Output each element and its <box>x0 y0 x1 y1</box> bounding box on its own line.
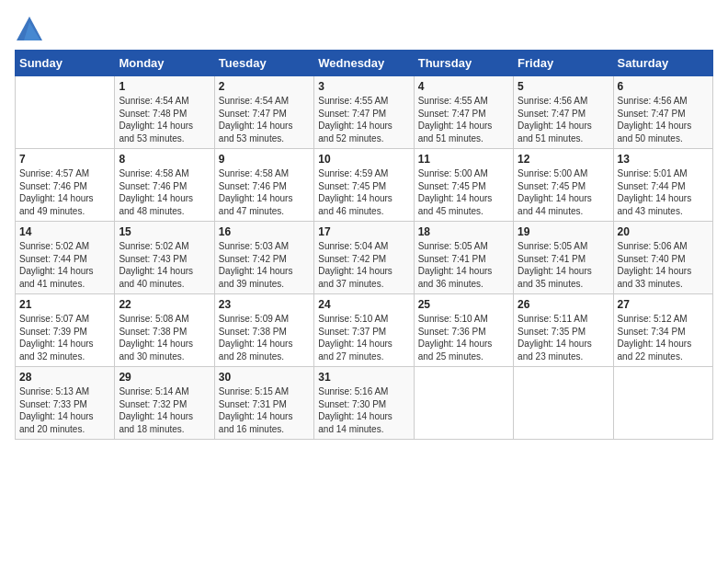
day-detail: Sunrise: 5:16 AMSunset: 7:30 PMDaylight:… <box>318 385 409 435</box>
page-header <box>15 15 713 40</box>
week-row-3: 21Sunrise: 5:07 AMSunset: 7:39 PMDayligh… <box>16 294 713 367</box>
calendar-cell: 24Sunrise: 5:10 AMSunset: 7:37 PMDayligh… <box>314 294 414 367</box>
day-detail: Sunrise: 5:13 AMSunset: 7:33 PMDaylight:… <box>19 385 110 435</box>
logo-icon <box>15 15 40 40</box>
day-detail: Sunrise: 5:00 AMSunset: 7:45 PMDaylight:… <box>418 167 509 217</box>
calendar-cell: 16Sunrise: 5:03 AMSunset: 7:42 PMDayligh… <box>214 222 313 294</box>
day-number: 24 <box>318 298 409 311</box>
day-number: 13 <box>618 153 709 166</box>
day-detail: Sunrise: 5:07 AMSunset: 7:39 PMDaylight:… <box>19 313 110 362</box>
day-number: 23 <box>219 298 310 311</box>
day-number: 5 <box>518 80 609 93</box>
day-detail: Sunrise: 5:09 AMSunset: 7:38 PMDaylight:… <box>219 313 310 362</box>
calendar-cell <box>613 367 712 440</box>
day-detail: Sunrise: 4:55 AMSunset: 7:47 PMDaylight:… <box>318 95 409 144</box>
day-detail: Sunrise: 4:55 AMSunset: 7:47 PMDaylight:… <box>418 95 509 144</box>
day-detail: Sunrise: 4:56 AMSunset: 7:47 PMDaylight:… <box>518 95 609 144</box>
day-detail: Sunrise: 5:15 AMSunset: 7:31 PMDaylight:… <box>219 385 310 435</box>
week-row-2: 14Sunrise: 5:02 AMSunset: 7:44 PMDayligh… <box>16 222 713 294</box>
calendar-cell: 14Sunrise: 5:02 AMSunset: 7:44 PMDayligh… <box>16 222 115 294</box>
calendar-cell: 3Sunrise: 4:55 AMSunset: 7:47 PMDaylight… <box>314 76 414 149</box>
header-day-friday: Friday <box>514 51 613 76</box>
header-day-saturday: Saturday <box>613 51 712 76</box>
calendar-cell: 28Sunrise: 5:13 AMSunset: 7:33 PMDayligh… <box>16 367 115 440</box>
header-day-tuesday: Tuesday <box>214 51 313 76</box>
day-number: 6 <box>618 80 709 93</box>
header-day-wednesday: Wednesday <box>314 51 414 76</box>
calendar-cell: 9Sunrise: 4:58 AMSunset: 7:46 PMDaylight… <box>214 149 313 222</box>
calendar-cell: 7Sunrise: 4:57 AMSunset: 7:46 PMDaylight… <box>16 149 115 222</box>
day-number: 9 <box>219 153 310 166</box>
day-detail: Sunrise: 5:08 AMSunset: 7:38 PMDaylight:… <box>119 313 210 362</box>
header-day-sunday: Sunday <box>16 51 115 76</box>
day-number: 14 <box>19 225 110 238</box>
day-detail: Sunrise: 5:11 AMSunset: 7:35 PMDaylight:… <box>518 313 609 362</box>
calendar-cell: 1Sunrise: 4:54 AMSunset: 7:48 PMDaylight… <box>115 76 214 149</box>
calendar-cell: 21Sunrise: 5:07 AMSunset: 7:39 PMDayligh… <box>16 294 115 367</box>
day-number: 31 <box>318 371 409 384</box>
calendar-cell <box>414 367 513 440</box>
week-row-4: 28Sunrise: 5:13 AMSunset: 7:33 PMDayligh… <box>16 367 713 440</box>
header-day-monday: Monday <box>115 51 214 76</box>
calendar-cell: 23Sunrise: 5:09 AMSunset: 7:38 PMDayligh… <box>214 294 313 367</box>
day-detail: Sunrise: 5:05 AMSunset: 7:41 PMDaylight:… <box>418 240 509 290</box>
day-number: 29 <box>119 371 210 384</box>
day-detail: Sunrise: 4:56 AMSunset: 7:47 PMDaylight:… <box>618 95 709 144</box>
day-detail: Sunrise: 5:03 AMSunset: 7:42 PMDaylight:… <box>219 240 310 290</box>
day-number: 20 <box>618 225 709 238</box>
day-number: 27 <box>618 298 709 311</box>
day-detail: Sunrise: 4:57 AMSunset: 7:46 PMDaylight:… <box>19 167 110 217</box>
day-detail: Sunrise: 5:10 AMSunset: 7:37 PMDaylight:… <box>318 313 409 362</box>
day-detail: Sunrise: 5:06 AMSunset: 7:40 PMDaylight:… <box>618 240 709 290</box>
day-number: 8 <box>119 153 210 166</box>
day-number: 7 <box>19 153 110 166</box>
calendar-cell <box>16 76 115 149</box>
calendar-cell: 30Sunrise: 5:15 AMSunset: 7:31 PMDayligh… <box>214 367 313 440</box>
day-number: 25 <box>418 298 509 311</box>
calendar-cell: 10Sunrise: 4:59 AMSunset: 7:45 PMDayligh… <box>314 149 414 222</box>
day-number: 17 <box>318 225 409 238</box>
calendar-cell: 22Sunrise: 5:08 AMSunset: 7:38 PMDayligh… <box>115 294 214 367</box>
day-detail: Sunrise: 4:54 AMSunset: 7:47 PMDaylight:… <box>219 95 310 144</box>
day-number: 3 <box>318 80 409 93</box>
calendar-cell: 27Sunrise: 5:12 AMSunset: 7:34 PMDayligh… <box>613 294 712 367</box>
day-detail: Sunrise: 5:02 AMSunset: 7:43 PMDaylight:… <box>119 240 210 290</box>
day-detail: Sunrise: 4:58 AMSunset: 7:46 PMDaylight:… <box>219 167 310 217</box>
calendar-cell: 12Sunrise: 5:00 AMSunset: 7:45 PMDayligh… <box>514 149 613 222</box>
calendar-body: 1Sunrise: 4:54 AMSunset: 7:48 PMDaylight… <box>16 76 713 440</box>
calendar-header: SundayMondayTuesdayWednesdayThursdayFrid… <box>16 51 713 76</box>
day-detail: Sunrise: 4:54 AMSunset: 7:48 PMDaylight:… <box>119 95 210 144</box>
day-detail: Sunrise: 5:12 AMSunset: 7:34 PMDaylight:… <box>618 313 709 362</box>
day-number: 28 <box>19 371 110 384</box>
day-number: 19 <box>518 225 609 238</box>
day-number: 30 <box>219 371 310 384</box>
day-number: 18 <box>418 225 509 238</box>
calendar-cell: 13Sunrise: 5:01 AMSunset: 7:44 PMDayligh… <box>613 149 712 222</box>
logo <box>15 15 44 40</box>
calendar-cell: 19Sunrise: 5:05 AMSunset: 7:41 PMDayligh… <box>514 222 613 294</box>
calendar-cell: 6Sunrise: 4:56 AMSunset: 7:47 PMDaylight… <box>613 76 712 149</box>
calendar-cell: 8Sunrise: 4:58 AMSunset: 7:46 PMDaylight… <box>115 149 214 222</box>
day-number: 4 <box>418 80 509 93</box>
header-row: SundayMondayTuesdayWednesdayThursdayFrid… <box>16 51 713 76</box>
day-number: 2 <box>219 80 310 93</box>
day-detail: Sunrise: 5:01 AMSunset: 7:44 PMDaylight:… <box>618 167 709 217</box>
calendar-cell: 17Sunrise: 5:04 AMSunset: 7:42 PMDayligh… <box>314 222 414 294</box>
header-day-thursday: Thursday <box>414 51 513 76</box>
week-row-0: 1Sunrise: 4:54 AMSunset: 7:48 PMDaylight… <box>16 76 713 149</box>
calendar-cell: 29Sunrise: 5:14 AMSunset: 7:32 PMDayligh… <box>115 367 214 440</box>
day-number: 22 <box>119 298 210 311</box>
day-number: 16 <box>219 225 310 238</box>
day-detail: Sunrise: 5:00 AMSunset: 7:45 PMDaylight:… <box>518 167 609 217</box>
day-number: 11 <box>418 153 509 166</box>
day-detail: Sunrise: 5:14 AMSunset: 7:32 PMDaylight:… <box>119 385 210 435</box>
calendar-cell <box>514 367 613 440</box>
calendar-cell: 18Sunrise: 5:05 AMSunset: 7:41 PMDayligh… <box>414 222 513 294</box>
calendar-cell: 4Sunrise: 4:55 AMSunset: 7:47 PMDaylight… <box>414 76 513 149</box>
calendar-cell: 5Sunrise: 4:56 AMSunset: 7:47 PMDaylight… <box>514 76 613 149</box>
day-detail: Sunrise: 5:04 AMSunset: 7:42 PMDaylight:… <box>318 240 409 290</box>
day-number: 15 <box>119 225 210 238</box>
day-detail: Sunrise: 4:59 AMSunset: 7:45 PMDaylight:… <box>318 167 409 217</box>
calendar-cell: 20Sunrise: 5:06 AMSunset: 7:40 PMDayligh… <box>613 222 712 294</box>
calendar-table: SundayMondayTuesdayWednesdayThursdayFrid… <box>15 50 713 440</box>
